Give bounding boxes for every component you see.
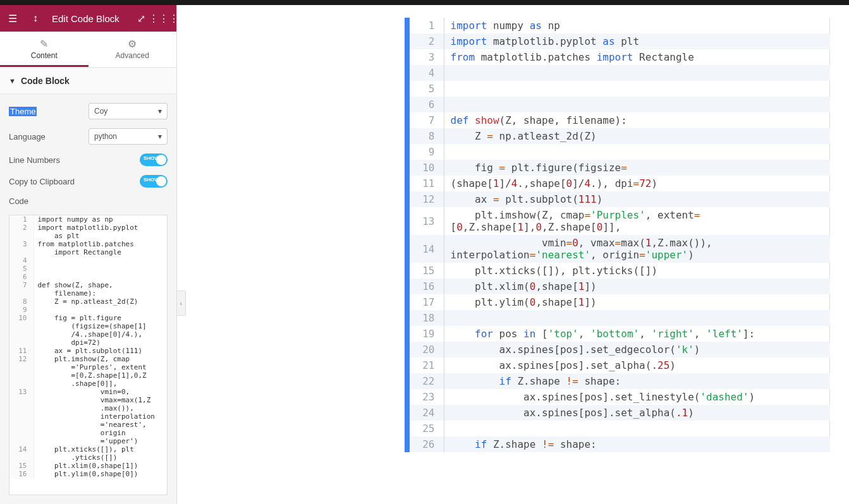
sidebar-title: Edit Code Block: [48, 13, 128, 24]
code-line: 7def show(Z, shape, filename):: [410, 112, 830, 128]
code-line: 4: [410, 65, 830, 81]
language-select[interactable]: python ▾: [89, 128, 168, 145]
code-line: 6: [410, 97, 830, 112]
sidebar-tabs: ✎ Content ⚙ Advanced: [0, 32, 176, 68]
mini-code-line[interactable]: 8 Z = np.atleast_2d(Z): [9, 297, 167, 306]
code-line: 13 plt.imshow(Z, cmap='Purples', extent=…: [410, 207, 830, 235]
mini-code-line[interactable]: 7def show(Z, shape, filename):: [9, 281, 167, 297]
tab-advanced[interactable]: ⚙ Advanced: [89, 32, 177, 67]
language-label: Language: [9, 132, 66, 141]
mini-code-line[interactable]: 5: [9, 265, 167, 273]
copy-clipboard-toggle[interactable]: SHOW: [140, 175, 168, 188]
code-line: 9: [410, 144, 830, 160]
caret-down-icon: ▾: [158, 107, 162, 116]
code-line: 25: [410, 421, 830, 436]
mini-code-line[interactable]: 14 plt.xticks([]), plt .yticks([]): [9, 445, 167, 462]
code-line: 23 ax.spines[pos].set_linestyle('dashed'…: [410, 389, 830, 405]
code-line: 19 for pos in ['top', 'bottom', 'right',…: [410, 326, 830, 342]
code-line: 24 ax.spines[pos].set_alpha(.1): [410, 405, 830, 421]
code-block-preview: 1import numpy as np2import matplotlib.py…: [405, 18, 830, 452]
menu-icon[interactable]: ☰: [3, 8, 23, 28]
code-line: 5: [410, 81, 830, 97]
code-line: 18: [410, 310, 830, 326]
mini-code-line[interactable]: 2import matplotlib.pyplot as plt: [9, 224, 167, 240]
sidebar-header: ☰ ↕ Edit Code Block ⤢ ⋮⋮⋮: [0, 5, 176, 32]
line-numbers-label: Line Numbers: [9, 155, 66, 165]
code-field-label: Code: [9, 196, 168, 206]
code-line: 22 if Z.shape != shape:: [410, 373, 830, 389]
gear-icon: ⚙: [89, 38, 177, 50]
controls-panel: Theme Coy ▾ Language python ▾ Line Numbe…: [0, 94, 176, 215]
mini-code-line[interactable]: 15 plt.xlim(0,shape[1]): [9, 462, 167, 470]
tab-content[interactable]: ✎ Content: [0, 32, 89, 67]
code-line: 15 plt.xticks([]), plt.yticks([]): [410, 263, 830, 279]
chevron-down-icon: ▼: [9, 77, 16, 85]
code-line: 11(shape[1]/4.,shape[0]/4.), dpi=72): [410, 176, 830, 191]
drag-icon[interactable]: ↕: [25, 8, 46, 28]
editor-sidebar: ☰ ↕ Edit Code Block ⤢ ⋮⋮⋮ ✎ Content ⚙ Ad…: [0, 5, 177, 504]
code-line: 12 ax = plt.subplot(111): [410, 191, 830, 207]
code-textarea[interactable]: 1import numpy as np2import matplotlib.py…: [9, 215, 168, 495]
code-line: 1import numpy as np: [410, 18, 830, 33]
preview-area: 1import numpy as np2import matplotlib.py…: [177, 5, 849, 504]
sidebar-collapse-handle[interactable]: ‹: [177, 291, 186, 316]
code-line: 20 ax.spines[pos].set_edgecolor('k'): [410, 342, 830, 357]
copy-clipboard-label: Copy to Clipboard: [9, 177, 133, 186]
window-topbar: [0, 0, 849, 5]
code-line: 2import matplotlib.pyplot as plt: [410, 33, 830, 49]
code-line: 8 Z = np.atleast_2d(Z): [410, 128, 830, 144]
apps-icon[interactable]: ⋮⋮⋮: [154, 8, 174, 28]
line-numbers-toggle[interactable]: SHOW: [140, 153, 168, 166]
tab-content-label: Content: [0, 51, 89, 60]
mini-code-line[interactable]: 3from matplotlib.patches import Rectangl…: [9, 240, 167, 256]
mini-code-line[interactable]: 16 plt.ylim(0,shape[0]): [9, 470, 167, 478]
code-line: 17 plt.ylim(0,shape[1]): [410, 294, 830, 310]
theme-select[interactable]: Coy ▾: [89, 103, 168, 119]
mini-code-line[interactable]: 4: [9, 256, 167, 265]
section-title: Code Block: [21, 76, 70, 86]
mini-code-line[interactable]: 13 vmin=0, vmax=max(1,Z .max()), interpo…: [9, 388, 167, 445]
mini-code-line[interactable]: 11 ax = plt.subplot(111): [9, 347, 167, 355]
code-line: 3from matplotlib.patches import Rectangl…: [410, 49, 830, 65]
theme-label: Theme: [9, 107, 66, 116]
caret-down-icon: ▾: [158, 132, 162, 141]
code-line: 16 plt.xlim(0,shape[1]): [410, 279, 830, 294]
mini-code-line[interactable]: 6: [9, 273, 167, 281]
mini-code-line[interactable]: 10 fig = plt.figure (figsize=(shape[1] /…: [9, 314, 167, 347]
pencil-icon: ✎: [0, 38, 89, 50]
code-line: 10 fig = plt.figure(figsize=: [410, 160, 830, 176]
code-line: 21 ax.spines[pos].set_alpha(.25): [410, 357, 830, 373]
mini-code-line[interactable]: 9: [9, 306, 167, 314]
code-line: 14 vmin=0, vmax=max(1,Z.max()), interpol…: [410, 235, 830, 263]
section-code-block[interactable]: ▼ Code Block: [0, 68, 176, 94]
theme-value: Coy: [94, 107, 107, 116]
code-line: 26 if Z.shape != shape:: [410, 436, 830, 452]
tab-advanced-label: Advanced: [89, 51, 177, 60]
mini-code-line[interactable]: 12 plt.imshow(Z, cmap ='Purples', extent…: [9, 355, 167, 388]
mini-code-line[interactable]: 1import numpy as np: [9, 215, 167, 224]
language-value: python: [94, 132, 117, 141]
